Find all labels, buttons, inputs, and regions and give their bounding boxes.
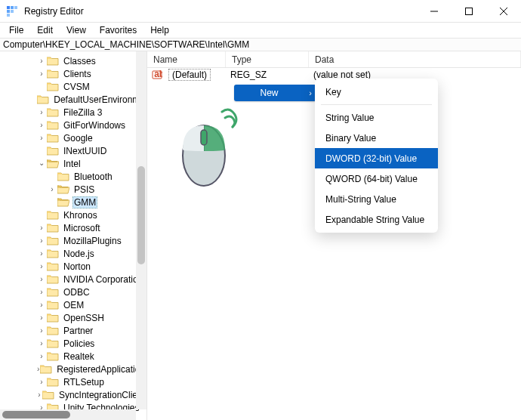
tree-item[interactable]: MozillaPlugins (0, 234, 146, 247)
tree-twisty[interactable] (36, 378, 47, 386)
tree-item[interactable]: Clients (0, 67, 146, 80)
tree-item[interactable]: Google (0, 131, 146, 144)
col-header-name[interactable]: Name (147, 51, 226, 67)
folder-icon (47, 56, 59, 66)
close-button[interactable] (486, 0, 521, 23)
tree-item-label: ODBC (62, 287, 91, 298)
tree-twisty[interactable] (36, 288, 47, 296)
address-bar[interactable]: Computer\HKEY_LOCAL_MACHINE\SOFTWARE\Int… (0, 38, 521, 51)
tree-twisty[interactable] (36, 326, 47, 335)
tree-item[interactable]: Classes (0, 54, 146, 67)
tree-twisty[interactable] (36, 249, 47, 258)
tree-twisty[interactable] (36, 69, 47, 78)
minimize-button[interactable] (417, 0, 452, 23)
submenu-item-label: QWORD (64-bit) Value (325, 174, 418, 184)
tree-twisty[interactable] (36, 313, 47, 322)
tree-item[interactable]: Microsoft (0, 221, 146, 234)
tree-twisty[interactable] (36, 391, 42, 399)
context-menu-new[interactable]: New › (234, 85, 316, 101)
col-header-data[interactable]: Data (309, 51, 521, 67)
tree-item[interactable]: Node.js (0, 247, 146, 260)
tree-item[interactable]: RTLSetup (0, 375, 146, 388)
tree-item-label: Classes (62, 56, 97, 66)
folder-icon (57, 171, 69, 181)
window-title: Registry Editor (24, 6, 84, 17)
tree-item-label: Policies (62, 338, 96, 349)
submenu-item[interactable]: Key (315, 82, 438, 102)
tree-item-label: GitForWindows (62, 120, 127, 131)
tree-item-label: OEM (62, 300, 85, 310)
tree-twisty[interactable] (36, 262, 47, 270)
tree-horizontal-thumb[interactable] (2, 411, 70, 418)
svg-text:ab: ab (154, 69, 162, 79)
submenu-item[interactable]: DWORD (32-bit) Value (315, 148, 438, 168)
submenu-item[interactable]: QWORD (64-bit) Value (315, 168, 438, 189)
folder-icon (47, 249, 59, 258)
tree-item-label: GMM (72, 196, 97, 208)
menu-file[interactable]: File (3, 23, 29, 37)
value-name: (Default) (164, 69, 226, 80)
tree-item[interactable]: OEM (0, 298, 146, 311)
tree-item[interactable]: Khronos (0, 208, 146, 221)
tree-item[interactable]: Bluetooth (0, 170, 146, 183)
context-submenu-new[interactable]: KeyString ValueBinary ValueDWORD (32-bit… (315, 79, 438, 233)
tree-twisty[interactable] (36, 236, 47, 245)
svg-rect-3 (7, 10, 10, 13)
col-header-type[interactable]: Type (226, 51, 309, 67)
tree-item[interactable]: Intel (0, 157, 146, 170)
maximize-button[interactable] (452, 0, 486, 23)
tree-item[interactable]: Partner (0, 324, 146, 337)
submenu-item[interactable]: Expandable String Value (315, 209, 438, 230)
folder-icon (57, 197, 69, 207)
folder-icon (47, 159, 59, 168)
tree-item[interactable]: PSIS (0, 183, 146, 196)
tree-item[interactable]: INextUUID (0, 144, 146, 157)
tree-horizontal-scrollbar[interactable] (0, 409, 136, 420)
tree-twisty[interactable] (36, 275, 47, 283)
tree-item[interactable]: NVIDIA Corporation (0, 273, 146, 286)
tree-item[interactable]: ODBC (0, 286, 146, 298)
tree-twisty[interactable] (36, 134, 47, 142)
submenu-item[interactable]: Binary Value (315, 128, 438, 148)
tree-twisty[interactable] (36, 352, 47, 360)
folder-icon (47, 351, 59, 361)
tree-view[interactable]: ClassesClientsCVSMDefaultUserEnvironmeFi… (0, 51, 146, 414)
tree-twisty[interactable] (36, 108, 47, 116)
tree-item[interactable]: GMM (0, 196, 146, 208)
svg-rect-4 (11, 10, 14, 13)
tree-item[interactable]: SyncIntegrationClient (0, 388, 146, 401)
tree-twisty[interactable] (36, 339, 47, 347)
tree-twisty[interactable] (47, 185, 57, 193)
tree-twisty[interactable] (36, 224, 47, 232)
submenu-item[interactable]: Multi-String Value (315, 189, 438, 209)
folder-icon (47, 210, 59, 220)
tree-item[interactable]: Realtek (0, 350, 146, 363)
folder-icon (47, 120, 59, 130)
tree-vertical-scrollbar[interactable] (136, 51, 146, 409)
tree-item[interactable]: GitForWindows (0, 119, 146, 131)
submenu-item[interactable]: String Value (315, 107, 438, 128)
folder-icon (57, 184, 69, 194)
tree-twisty[interactable] (36, 159, 47, 168)
tree-item[interactable]: DefaultUserEnvironme (0, 93, 146, 106)
tree-twisty[interactable] (36, 121, 47, 129)
tree-item[interactable]: FileZilla 3 (0, 106, 146, 119)
tree-item[interactable]: OpenSSH (0, 311, 146, 324)
tree-vertical-thumb[interactable] (137, 166, 145, 264)
tree-twisty[interactable] (36, 57, 47, 65)
address-text: Computer\HKEY_LOCAL_MACHINE\SOFTWARE\Int… (3, 39, 249, 50)
menu-favorites[interactable]: Favorites (94, 23, 143, 37)
tree-item[interactable]: Policies (0, 337, 146, 350)
folder-icon (47, 326, 59, 335)
tree-item-label: Clients (62, 69, 93, 79)
folder-icon (47, 300, 59, 310)
svg-rect-7 (466, 8, 473, 14)
tree-item[interactable]: Norton (0, 260, 146, 273)
menu-edit[interactable]: Edit (31, 23, 59, 37)
menu-help[interactable]: Help (144, 23, 175, 37)
tree-twisty[interactable] (36, 301, 47, 309)
folder-icon (47, 82, 59, 91)
tree-item[interactable]: CVSM (0, 80, 146, 93)
tree-item[interactable]: RegisteredApplication (0, 363, 146, 375)
menu-view[interactable]: View (60, 23, 92, 37)
